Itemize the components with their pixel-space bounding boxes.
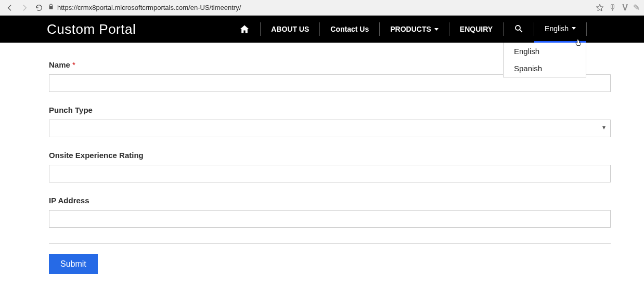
nav-enquiry-label: ENQUIRY — [460, 25, 493, 33]
rating-label: Onsite Experience Rating — [49, 151, 611, 160]
reload-button[interactable] — [33, 2, 45, 14]
rating-input[interactable] — [49, 165, 611, 182]
lock-icon — [48, 3, 54, 12]
nav-products[interactable]: PRODUCTS — [380, 16, 449, 43]
svg-line-1 — [520, 30, 522, 32]
field-rating: Onsite Experience Rating — [49, 151, 611, 182]
browser-toolbar: https://crmx8portal.microsoftcrmportals.… — [0, 0, 644, 16]
chevron-down-icon[interactable]: V — [622, 3, 628, 12]
field-ip-address: IP Address — [49, 196, 611, 228]
extension-icons: 🎙 V ✎ — [609, 3, 640, 12]
nav-about[interactable]: ABOUT US — [261, 16, 319, 43]
language-option-english[interactable]: English — [504, 43, 586, 60]
nav-enquiry[interactable]: ENQUIRY — [449, 16, 503, 43]
forward-button[interactable] — [19, 2, 30, 14]
field-punch-type: Punch Type — [49, 106, 611, 137]
form-divider — [49, 243, 611, 244]
nav-language-label: English — [545, 24, 569, 33]
nav-contact[interactable]: Contact Us — [320, 16, 379, 43]
required-marker: * — [72, 60, 75, 69]
nav-search[interactable] — [504, 16, 534, 43]
caret-down-icon — [572, 27, 576, 30]
nav-products-label: PRODUCTS — [390, 25, 431, 33]
search-icon — [514, 24, 523, 35]
username-redacted — [597, 28, 634, 31]
bookmark-star-icon[interactable] — [594, 2, 606, 14]
caret-down-icon — [434, 28, 439, 31]
back-button[interactable] — [4, 2, 16, 14]
edit-icon[interactable]: ✎ — [633, 3, 640, 12]
ip-address-label: IP Address — [49, 196, 611, 205]
ip-address-input[interactable] — [49, 210, 611, 228]
language-dropdown: English Spanish — [503, 43, 586, 77]
submit-button[interactable]: Submit — [49, 254, 98, 274]
punch-type-label: Punch Type — [49, 106, 611, 114]
url-text: https://crmx8portal.microsoftcrmportals.… — [57, 4, 241, 11]
punch-type-select[interactable] — [49, 120, 611, 137]
main-nav: Custom Portal ABOUT US Contact Us PRODUC… — [0, 16, 644, 43]
site-brand[interactable]: Custom Portal — [47, 21, 136, 37]
mic-icon[interactable]: 🎙 — [609, 3, 617, 12]
svg-point-0 — [516, 25, 520, 30]
nav-user[interactable] — [587, 16, 644, 43]
language-option-spanish[interactable]: Spanish — [504, 60, 586, 77]
nav-about-label: ABOUT US — [271, 25, 309, 33]
nav-contact-label: Contact Us — [330, 25, 369, 33]
nav-language[interactable]: English English Spanish — [534, 16, 586, 43]
address-bar[interactable]: https://crmx8portal.microsoftcrmportals.… — [48, 3, 261, 12]
nav-home[interactable] — [229, 16, 260, 43]
